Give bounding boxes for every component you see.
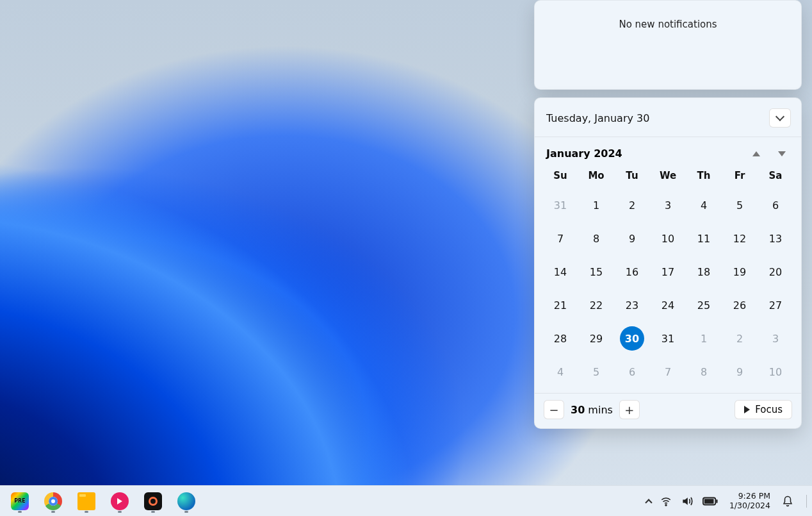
file-explorer-icon <box>77 492 95 510</box>
show-desktop-sliver[interactable] <box>806 495 807 508</box>
taskbar-running-indicator <box>51 511 55 513</box>
calendar-dow: Tu <box>614 170 650 184</box>
calendar-day[interactable]: 26 <box>722 293 758 317</box>
taskbar-running-indicator <box>118 511 122 513</box>
taskbar-running-indicator <box>184 511 188 513</box>
calendar-day[interactable]: 7 <box>542 226 578 251</box>
chevron-up-icon <box>645 499 652 506</box>
calendar-day[interactable]: 31 <box>542 193 578 217</box>
calendar-dow: Sa <box>758 170 793 184</box>
calendar-day[interactable]: 11 <box>686 226 722 251</box>
calendar-day[interactable]: 27 <box>758 293 793 317</box>
taskbar-app-edge[interactable] <box>173 488 200 514</box>
volume-icon[interactable] <box>681 495 694 508</box>
calendar-day[interactable]: 2 <box>614 193 650 217</box>
notifications-empty-text: No new notifications <box>619 19 717 30</box>
tray-overflow-button[interactable] <box>646 497 651 505</box>
calendar-day[interactable]: 8 <box>686 360 722 384</box>
calendar-day[interactable]: 28 <box>542 326 578 351</box>
calendar-date-line[interactable]: Tuesday, January 30 <box>546 112 649 124</box>
calendar-day[interactable]: 9 <box>722 360 758 384</box>
calendar-month-title[interactable]: January 2024 <box>546 147 622 160</box>
taskbar-clock[interactable]: 9:26 PM 1/30/2024 <box>727 492 773 510</box>
chrome-icon <box>44 492 62 510</box>
calendar-day[interactable]: 3 <box>758 326 793 351</box>
taskbar-running-indicator <box>151 511 155 513</box>
calendar-panel: Tuesday, January 30 January 2024 SuMoTuW… <box>534 97 802 429</box>
taskbar-app-chrome[interactable] <box>40 488 67 514</box>
focus-duration-number: 30 <box>571 404 585 416</box>
calendar-dow: Fr <box>722 170 758 184</box>
calendar-day[interactable]: 24 <box>650 293 686 317</box>
calendar-day[interactable]: 8 <box>578 226 614 251</box>
calendar-dow: Mo <box>578 170 614 184</box>
focus-increase-button[interactable]: + <box>619 400 640 419</box>
calendar-prev-month-button[interactable] <box>752 151 760 156</box>
calendar-day[interactable]: 21 <box>542 293 578 317</box>
pink-app-icon <box>111 492 129 510</box>
calendar-day[interactable]: 12 <box>722 226 758 251</box>
calendar-day[interactable]: 31 <box>650 326 686 351</box>
taskbar: PRE 9:26 PM 1/30/2024 <box>0 485 812 516</box>
taskbar-app-powertoys[interactable]: PRE <box>6 488 33 514</box>
taskbar-app-dark-app[interactable] <box>140 488 166 514</box>
calendar-day[interactable]: 10 <box>650 226 686 251</box>
calendar-day[interactable]: 3 <box>650 193 686 217</box>
focus-duration: 30 mins <box>571 404 613 416</box>
calendar-day[interactable]: 25 <box>686 293 722 317</box>
calendar-day[interactable]: 22 <box>578 293 614 317</box>
svg-point-0 <box>665 504 667 506</box>
chevron-down-icon <box>775 112 784 121</box>
calendar-day[interactable]: 5 <box>578 360 614 384</box>
calendar-dow: Th <box>686 170 722 184</box>
calendar-day[interactable]: 4 <box>542 360 578 384</box>
svg-rect-3 <box>716 499 717 503</box>
calendar-day[interactable]: 19 <box>722 260 758 284</box>
taskbar-time: 9:26 PM <box>729 492 770 501</box>
calendar-day[interactable]: 4 <box>686 193 722 217</box>
taskbar-date: 1/30/2024 <box>729 501 770 510</box>
taskbar-running-indicator <box>85 511 88 513</box>
notifications-button[interactable] <box>782 495 793 507</box>
calendar-day[interactable]: 6 <box>614 360 650 384</box>
calendar-day[interactable]: 15 <box>578 260 614 284</box>
focus-button-label: Focus <box>755 404 783 415</box>
calendar-day[interactable]: 16 <box>614 260 650 284</box>
calendar-day[interactable]: 29 <box>578 326 614 351</box>
focus-duration-unit: mins <box>588 404 613 416</box>
calendar-collapse-button[interactable] <box>769 108 791 128</box>
calendar-day[interactable]: 20 <box>758 260 793 284</box>
calendar-day-today[interactable]: 30 <box>620 326 644 351</box>
dark-app-icon <box>144 492 162 510</box>
calendar-day[interactable]: 18 <box>686 260 722 284</box>
calendar-next-month-button[interactable] <box>778 151 786 156</box>
calendar-day[interactable]: 13 <box>758 226 793 251</box>
taskbar-apps: PRE <box>5 488 200 514</box>
calendar-day[interactable]: 2 <box>722 326 758 351</box>
notifications-panel: No new notifications <box>534 0 802 90</box>
focus-decrease-button[interactable]: − <box>544 400 564 419</box>
edge-icon <box>177 492 195 510</box>
calendar-day[interactable]: 6 <box>758 193 793 217</box>
calendar-day[interactable]: 1 <box>578 193 614 217</box>
play-icon <box>744 406 750 413</box>
calendar-day[interactable]: 5 <box>722 193 758 217</box>
calendar-day[interactable]: 9 <box>614 226 650 251</box>
wifi-icon[interactable] <box>660 495 672 507</box>
calendar-day[interactable]: 10 <box>758 360 793 384</box>
svg-rect-2 <box>704 499 714 503</box>
battery-icon[interactable] <box>702 497 718 506</box>
calendar-day[interactable]: 23 <box>614 293 650 317</box>
calendar-day[interactable]: 14 <box>542 260 578 284</box>
calendar-day[interactable]: 1 <box>686 326 722 351</box>
taskbar-app-pink-app[interactable] <box>106 488 133 514</box>
calendar-dow: Su <box>542 170 578 184</box>
taskbar-app-file-explorer[interactable] <box>73 488 100 514</box>
calendar-grid: SuMoTuWeThFrSa31123456789101112131415161… <box>535 163 801 393</box>
calendar-dow: We <box>650 170 686 184</box>
focus-start-button[interactable]: Focus <box>735 400 792 419</box>
calendar-day[interactable]: 7 <box>650 360 686 384</box>
calendar-day[interactable]: 17 <box>650 260 686 284</box>
powertoys-icon: PRE <box>11 492 29 510</box>
taskbar-running-indicator <box>18 511 22 513</box>
